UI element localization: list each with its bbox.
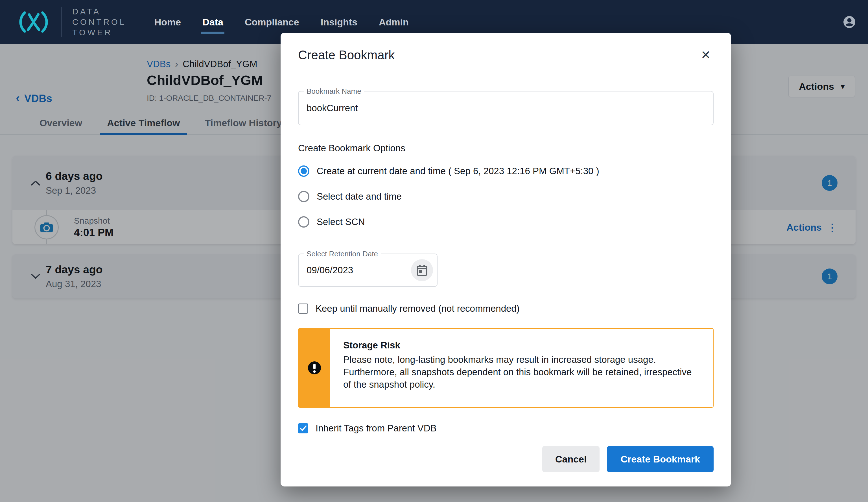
nav-label: Admin bbox=[379, 17, 409, 27]
radio-option-label: Select date and time bbox=[317, 191, 402, 202]
dct-logo-icon[interactable] bbox=[17, 11, 50, 33]
radio-option-select-datetime[interactable]: Select date and time bbox=[298, 188, 714, 204]
warning-body-line2: Furthermore, all snapshots dependent on … bbox=[343, 367, 692, 390]
screen: DATA CONTROL TOWER Home Data Compliance … bbox=[0, 0, 868, 502]
user-avatar-icon[interactable] bbox=[843, 16, 856, 28]
warning-body: Please note, long-lasting bookmarks may … bbox=[343, 354, 700, 391]
bookmark-name-label: Bookmark Name bbox=[304, 87, 364, 96]
nav-item-insights[interactable]: Insights bbox=[321, 17, 358, 28]
nav-label: Home bbox=[154, 17, 181, 27]
radio-option-label: Select SCN bbox=[317, 217, 365, 227]
checkbox-checked-icon bbox=[298, 423, 308, 433]
modal-body: Bookmark Name Create Bookmark Options Cr… bbox=[281, 78, 731, 434]
inherit-checkbox-label: Inherit Tags from Parent VDB bbox=[316, 423, 437, 434]
radio-dot bbox=[301, 168, 307, 174]
radio-unselected-icon bbox=[298, 191, 309, 202]
cancel-button[interactable]: Cancel bbox=[542, 446, 600, 472]
radio-unselected-icon bbox=[298, 216, 309, 227]
main-nav: Home Data Compliance Insights Admin bbox=[154, 17, 409, 28]
nav-label: Data bbox=[203, 17, 223, 27]
radio-option-select-scn[interactable]: Select SCN bbox=[298, 214, 714, 230]
create-bookmark-button[interactable]: Create Bookmark bbox=[607, 446, 714, 472]
nav-item-home[interactable]: Home bbox=[154, 17, 181, 28]
exclamation-circle-icon bbox=[307, 361, 321, 375]
retention-date-field: Select Retention Date bbox=[298, 254, 437, 287]
calendar-picker-button[interactable] bbox=[411, 259, 433, 281]
retention-date-label: Select Retention Date bbox=[304, 249, 381, 258]
active-nav-underline bbox=[201, 32, 225, 34]
modal-header: Create Bookmark ✕ bbox=[281, 33, 731, 78]
keep-until-removed-checkbox[interactable]: Keep until manually removed (not recomme… bbox=[298, 303, 714, 314]
nav-item-data[interactable]: Data bbox=[203, 17, 223, 28]
calendar-icon bbox=[417, 265, 427, 276]
nav-item-admin[interactable]: Admin bbox=[379, 17, 409, 28]
brand-line-3: TOWER bbox=[72, 27, 126, 38]
warning-content: Storage Risk Please note, long-lasting b… bbox=[330, 329, 713, 407]
modal-title: Create Bookmark bbox=[298, 48, 395, 62]
close-icon[interactable]: ✕ bbox=[698, 47, 714, 63]
checkbox-unchecked-icon bbox=[298, 304, 308, 314]
radio-selected-icon bbox=[298, 165, 309, 177]
radio-option-label: Create at current date and time ( Sep 6,… bbox=[317, 166, 599, 176]
warning-strip bbox=[299, 329, 330, 407]
brand-divider bbox=[61, 7, 62, 37]
bookmark-options-label: Create Bookmark Options bbox=[298, 143, 714, 154]
nav-label: Insights bbox=[321, 17, 358, 27]
nav-label: Compliance bbox=[245, 17, 299, 27]
bookmark-name-field: Bookmark Name bbox=[298, 91, 714, 125]
nav-item-compliance[interactable]: Compliance bbox=[245, 17, 299, 28]
create-bookmark-modal: Create Bookmark ✕ Bookmark Name Create B… bbox=[281, 33, 731, 486]
keep-checkbox-label: Keep until manually removed (not recomme… bbox=[316, 303, 520, 314]
inherit-tags-checkbox[interactable]: Inherit Tags from Parent VDB bbox=[298, 423, 714, 434]
storage-risk-warning: Storage Risk Please note, long-lasting b… bbox=[298, 328, 714, 408]
brand-wordmark: DATA CONTROL TOWER bbox=[72, 7, 126, 38]
warning-title: Storage Risk bbox=[343, 340, 700, 351]
brand-line-2: CONTROL bbox=[72, 17, 126, 27]
bookmark-name-input[interactable] bbox=[299, 92, 713, 125]
warning-body-line1: Please note, long-lasting bookmarks may … bbox=[343, 354, 656, 365]
radio-option-current-time[interactable]: Create at current date and time ( Sep 6,… bbox=[298, 163, 714, 179]
brand-line-1: DATA bbox=[72, 7, 126, 17]
modal-actions: Cancel Create Bookmark bbox=[542, 446, 714, 472]
